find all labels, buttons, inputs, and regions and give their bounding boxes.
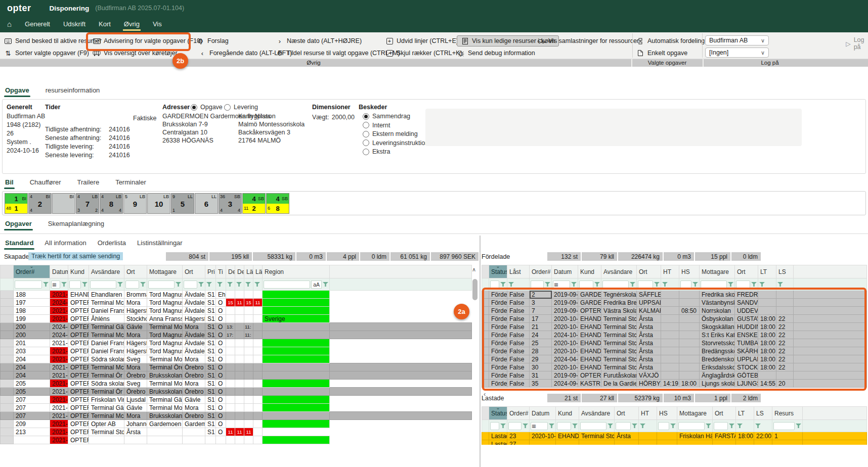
filter-input[interactable] [678,422,705,430]
table-row[interactable]: FördeladFalse252020-10-EHANDTerminal Stc… [482,339,867,347]
column-header-order-[interactable]: Order# [14,265,50,278]
row-selector[interactable] [1,388,14,396]
company-dropdown[interactable]: Budfirman AB ∨ [705,35,769,45]
column-header-ort[interactable]: Ort [713,407,736,420]
filter-input[interactable] [15,281,42,289]
row-selector[interactable] [1,428,14,436]
filter-funnel-icon[interactable] [227,282,233,287]
table-row[interactable]: 2072021-0OPTERFriskolan VirLjusdalTermin… [1,396,472,404]
filter-input[interactable] [490,422,499,430]
filter-input[interactable] [531,281,544,289]
filter-funnel-icon[interactable] [706,424,711,428]
send-besked-button[interactable]: Send besked til aktive resurser [4,35,102,46]
match-case-button[interactable]: aA [311,281,322,289]
filter-funnel-icon[interactable] [500,282,506,287]
resource-tile[interactable]: BI [52,193,75,214]
column-header-kund[interactable]: Kund [556,407,579,420]
filter-funnel-icon[interactable] [572,424,578,428]
table-row[interactable]: 2012021-0OPTERDaniel FransHägerstTord Ma… [1,339,472,347]
row-selector[interactable] [1,355,14,363]
resource-tile[interactable]: 4SB112 [242,193,266,214]
filter-input[interactable] [90,281,116,289]
column-header-avs-ndare[interactable]: Avsändare [579,407,615,420]
filter-input[interactable] [264,281,310,289]
column-header-ht[interactable]: HT [661,265,679,278]
table-row[interactable]: 2021-0OPTER [1,436,472,444]
filter-funnel-icon[interactable] [571,282,577,287]
column-header-lt[interactable]: LT [736,407,754,420]
filter-funnel-icon[interactable] [654,282,660,287]
beskeder-radio-sammendrag[interactable]: Sammendrag [363,113,410,120]
tab-resurseinformation[interactable]: resurseinformation [45,83,101,98]
table-row[interactable]: FördeladFalse22019-09-GARDETegnérskolanS… [482,291,867,299]
scroll-up-icon[interactable]: ∧ [472,266,476,273]
home-icon[interactable]: ⌂ [7,16,12,32]
column-header-datum[interactable]: Datum [552,265,578,278]
resource-tile[interactable]: 36SB344 [219,193,242,214]
automatisk-fordeling-button[interactable]: Automatisk fordeling [636,35,705,46]
filter-input[interactable] [658,422,669,430]
row-selector[interactable] [1,323,14,331]
filter-funnel-icon[interactable] [254,282,260,287]
filter-funnel-icon[interactable] [217,282,223,287]
resource-tile[interactable]: 9LL51 [171,193,194,214]
tab-opgave[interactable]: Opgave [4,83,30,98]
tab-terminaler[interactable]: Terminaler [114,175,147,190]
forslag-button[interactable]: ⚙Forslag [196,35,229,46]
filter-funnel-icon[interactable] [236,282,242,287]
table-row[interactable]: FördeladFalse312019-09-OPTERFurutåskolar… [482,371,867,380]
column-header-datum[interactable]: Datum [530,407,556,420]
row-selector[interactable] [482,323,489,331]
column-header-hs[interactable]: HS [657,407,677,420]
column-header-hs[interactable]: HS [679,265,700,278]
filter-funnel-icon[interactable] [82,282,88,287]
filter-funnel-icon[interactable] [198,282,204,287]
beskeder-radio-ekstra[interactable]: Ekstra [363,148,390,155]
filter-funnel-icon[interactable] [61,282,67,287]
filter-funnel-icon[interactable] [607,424,613,428]
row-selector[interactable] [1,371,14,380]
resource-tile[interactable]: 4BI24 [28,193,52,214]
table-row[interactable]: 2002024-0OPTERTerminal McMoraTord Magnus… [1,331,472,339]
column-header-ht[interactable]: HT [639,407,657,420]
column-header-ort[interactable]: Ort [615,407,639,420]
row-selector[interactable] [482,315,489,323]
tab-all-information[interactable]: All information [44,236,87,250]
resource-tile[interactable]: 4LB844 [100,193,123,214]
column-header-status[interactable]: Status [489,265,507,278]
filter-input[interactable] [184,281,197,289]
filter-funnel-icon[interactable] [500,424,506,428]
filter-funnel-icon[interactable] [630,282,635,287]
tab-trailere[interactable]: Trailere [76,175,101,190]
row-selector[interactable] [482,331,489,339]
filter-input[interactable]: ▦ [51,281,60,289]
filter-funnel-icon[interactable] [632,424,637,428]
filter-funnel-icon[interactable] [670,424,676,428]
resource-tile[interactable]: 5LB9 [123,193,147,214]
vis-oversigt-button[interactable]: Vis oversigt over køretøjer [93,48,178,59]
filter-funnel-icon[interactable] [594,282,600,287]
table-row[interactable]: 2042021-0OPTERTerminal McMoraTerminal Ör… [1,363,472,371]
table-row[interactable]: FördeladFalse212020-10-EHANDTerminal Stc… [482,323,867,331]
table-row[interactable]: 2052021-0OPTERTerminal ÖrÖrebroBruksskol… [1,388,472,396]
table-row[interactable]: FördeladFalse302020-10-EHANDTerminal Stc… [482,363,867,371]
filter-input[interactable] [638,281,653,289]
row-selector[interactable] [482,347,489,355]
row-selector[interactable] [1,396,14,404]
menu-item-vis[interactable]: Vis [153,16,162,32]
column-header-mottagare[interactable]: Mottagare [677,407,713,420]
column-header-mottagare[interactable]: Mottagare [700,265,735,278]
filter-funnel-icon[interactable] [692,282,698,287]
table-row[interactable]: 1992021-0OPTERÅhlénsStockhoAnna FranssoH… [1,315,472,323]
filter-funnel-icon[interactable] [737,424,743,428]
table-row[interactable]: 2002024-0OPTERTerminal GäGävleTerminal M… [1,323,472,331]
naeste-dato-button[interactable]: ›Næste dato (ALT+HØJRE) [276,35,362,46]
filter-funnel-icon[interactable] [545,282,550,287]
filter-funnel-icon[interactable] [549,424,554,428]
row-selector[interactable] [482,432,489,440]
beskeder-radio-ekstern-melding[interactable]: Ekstern melding [363,130,418,137]
table-row[interactable]: 2132021-0OPTERTerminal StocÅrstaS1O11111… [1,428,472,436]
menu-item-kort[interactable]: Kort [99,16,111,32]
column-header-kund[interactable]: Kund [68,265,89,278]
beskeder-radio-leveringsinstruktioner[interactable]: Leveringsinstruktioner [363,139,434,147]
